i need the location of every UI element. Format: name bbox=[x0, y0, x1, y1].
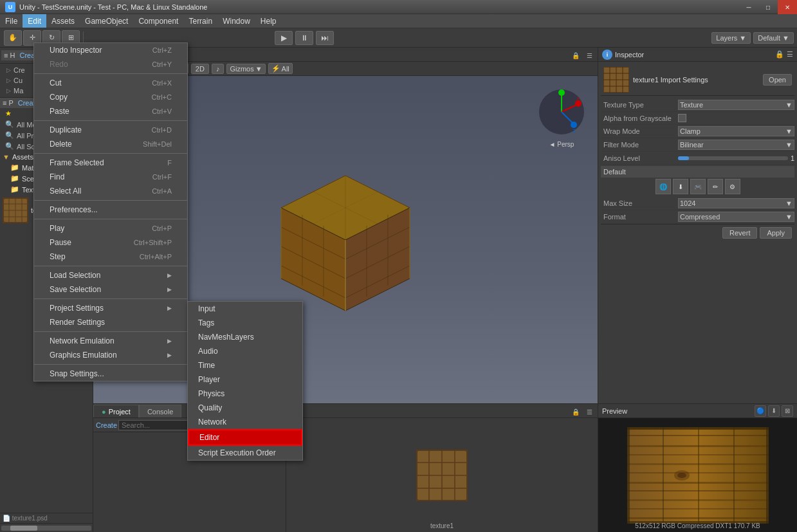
revert-button[interactable]: Revert bbox=[722, 227, 757, 239]
gizmos-dropdown[interactable]: Gizmos ▼ bbox=[226, 64, 265, 74]
preview-ctrl-2[interactable]: ⬇ bbox=[768, 405, 780, 417]
menu-terrain[interactable]: Terrain bbox=[183, 14, 217, 28]
preview-ctrl-3[interactable]: ⊠ bbox=[782, 405, 793, 417]
menu-paste[interactable]: Paste Ctrl+V bbox=[34, 104, 187, 118]
format-dropdown[interactable]: Compressed ▼ bbox=[678, 212, 794, 222]
ps-navmeshlayers[interactable]: NavMeshLayers bbox=[188, 330, 302, 344]
menu-help[interactable]: Help bbox=[255, 14, 282, 28]
menu-find[interactable]: Find Ctrl+F bbox=[34, 170, 187, 184]
play-button[interactable]: ▶ bbox=[275, 31, 293, 45]
preview-controls: 🔵 ⬇ ⊠ bbox=[755, 405, 793, 417]
svg-rect-66 bbox=[698, 427, 699, 524]
apply-button[interactable]: Apply bbox=[760, 227, 792, 239]
menu-snap-settings[interactable]: Snap Settings... bbox=[34, 367, 187, 381]
menu-copy[interactable]: Copy Ctrl+C bbox=[34, 90, 187, 104]
scene-2d-btn[interactable]: 2D bbox=[191, 64, 209, 74]
menu-save-selection[interactable]: Save Selection bbox=[34, 282, 187, 297]
menu-gameobject[interactable]: GameObject bbox=[80, 14, 133, 28]
menu-select-all[interactable]: Select All Ctrl+A bbox=[34, 184, 187, 198]
ps-script-execution-order[interactable]: Script Execution Order bbox=[188, 446, 302, 460]
aniso-slider[interactable] bbox=[678, 156, 788, 160]
menu-step[interactable]: Step Ctrl+Alt+P bbox=[34, 250, 187, 264]
sep4 bbox=[34, 200, 187, 201]
layers-dropdown[interactable]: Layers ▼ bbox=[711, 32, 751, 44]
ps-input[interactable]: Input bbox=[188, 302, 302, 316]
alpha-checkbox[interactable] bbox=[678, 114, 686, 122]
right-inspector-panel: i Inspector 🔒 ☰ texture1 bbox=[598, 48, 797, 532]
open-button[interactable]: Open bbox=[763, 74, 792, 86]
menu-preferences[interactable]: Preferences... bbox=[34, 203, 187, 217]
menu-redo[interactable]: Redo Ctrl+Y bbox=[34, 57, 187, 71]
hand-tool[interactable]: ✋ bbox=[4, 30, 22, 46]
scrollbar-track[interactable] bbox=[1, 526, 91, 531]
tab-project[interactable]: ● Project bbox=[93, 405, 139, 417]
menu-delete[interactable]: Delete Shift+Del bbox=[34, 137, 187, 151]
minimize-button[interactable]: ─ bbox=[739, 0, 758, 14]
inspector-menu-icon[interactable]: ☰ bbox=[787, 50, 793, 59]
menu-assets[interactable]: Assets bbox=[46, 14, 80, 28]
menu-render-settings[interactable]: Render Settings bbox=[34, 315, 187, 329]
default-section-header[interactable]: Default bbox=[601, 166, 794, 178]
menu-network-emulation[interactable]: Network Emulation bbox=[34, 334, 187, 348]
texture-thumb-label: texture1 bbox=[430, 522, 453, 529]
menu-file[interactable]: File bbox=[0, 14, 23, 28]
menu-frame-selected[interactable]: Frame Selected F bbox=[34, 156, 187, 170]
tab-menu[interactable]: ☰ bbox=[583, 50, 595, 61]
menu-project-settings[interactable]: Project Settings Input Tags NavMeshLayer… bbox=[34, 301, 187, 315]
scene-audio-btn[interactable]: ♪ bbox=[212, 64, 224, 74]
menu-pause[interactable]: Pause Ctrl+Shift+P bbox=[34, 235, 187, 250]
max-size-dropdown[interactable]: 1024 ▼ bbox=[678, 198, 794, 208]
format-value: Compressed ▼ bbox=[678, 212, 794, 222]
scrollbar-thumb[interactable] bbox=[10, 526, 37, 531]
step-button[interactable]: ⏭ bbox=[316, 31, 334, 45]
platform-controller[interactable]: 🎮 bbox=[690, 179, 706, 194]
preview-image[interactable]: 512x512 RGB Compressed DXT1 170.7 KB bbox=[598, 418, 797, 532]
tab-lock[interactable]: 🔒 bbox=[570, 50, 582, 61]
window-title: Unity - TestScene.unity - Test - PC, Mac… bbox=[19, 3, 207, 11]
svg-text:X: X bbox=[576, 96, 580, 102]
platform-download[interactable]: ⬇ bbox=[673, 179, 688, 194]
wrap-mode-dropdown[interactable]: Clamp ▼ bbox=[678, 126, 794, 136]
ps-audio[interactable]: Audio bbox=[188, 344, 302, 358]
close-button[interactable]: ✕ bbox=[778, 0, 797, 14]
menu-play[interactable]: Play Ctrl+P bbox=[34, 221, 187, 235]
preview-ctrl-1[interactable]: 🔵 bbox=[755, 405, 766, 417]
inspector-lock-icon[interactable]: 🔒 bbox=[775, 50, 784, 59]
texture-type-dropdown[interactable]: Texture ▼ bbox=[678, 100, 794, 110]
menu-graphics-emulation[interactable]: Graphics Emulation bbox=[34, 348, 187, 362]
menu-load-selection[interactable]: Load Selection bbox=[34, 268, 187, 282]
menu-undo[interactable]: Undo Inspector Ctrl+Z bbox=[34, 43, 187, 57]
top-right: Layers ▼ Default ▼ bbox=[711, 32, 794, 44]
app-icon: U bbox=[5, 2, 15, 12]
platform-settings[interactable]: ⚙ bbox=[725, 179, 740, 194]
texture-type-value: Texture ▼ bbox=[678, 100, 794, 110]
format-label: Format bbox=[601, 213, 678, 221]
ps-editor[interactable]: Editor bbox=[188, 429, 302, 446]
panel-lock[interactable]: 🔒 bbox=[570, 406, 582, 417]
sep9 bbox=[34, 364, 187, 365]
ps-player[interactable]: Player bbox=[188, 372, 302, 387]
menu-window[interactable]: Window bbox=[217, 14, 255, 28]
project-toolbar-create[interactable]: Create bbox=[96, 421, 117, 429]
panel-menu[interactable]: ☰ bbox=[583, 406, 595, 417]
platform-globe[interactable]: 🌐 bbox=[655, 179, 671, 194]
platform-edit[interactable]: ✏ bbox=[708, 179, 723, 194]
layout-dropdown[interactable]: Default ▼ bbox=[753, 32, 794, 44]
format-row: Format Compressed ▼ bbox=[601, 210, 794, 224]
ps-time[interactable]: Time bbox=[188, 358, 302, 372]
ps-network[interactable]: Network bbox=[188, 415, 302, 429]
tab-console[interactable]: Console bbox=[139, 405, 181, 417]
menu-duplicate[interactable]: Duplicate Ctrl+D bbox=[34, 123, 187, 137]
maximize-button[interactable]: □ bbox=[758, 0, 778, 14]
menu-edit[interactable]: Edit bbox=[23, 14, 46, 28]
titlebar: U Unity - TestScene.unity - Test - PC, M… bbox=[0, 0, 797, 14]
menu-cut[interactable]: Cut Ctrl+X bbox=[34, 76, 187, 90]
ps-physics[interactable]: Physics bbox=[188, 387, 302, 401]
ps-tags[interactable]: Tags bbox=[188, 316, 302, 330]
pause-button[interactable]: ⏸ bbox=[295, 31, 313, 45]
ps-quality[interactable]: Quality bbox=[188, 401, 302, 415]
menu-component[interactable]: Component bbox=[133, 14, 183, 28]
all-dropdown[interactable]: ⚡ All bbox=[268, 63, 293, 74]
filter-mode-dropdown[interactable]: Bilinear ▼ bbox=[678, 140, 794, 150]
svg-rect-65 bbox=[663, 427, 664, 524]
